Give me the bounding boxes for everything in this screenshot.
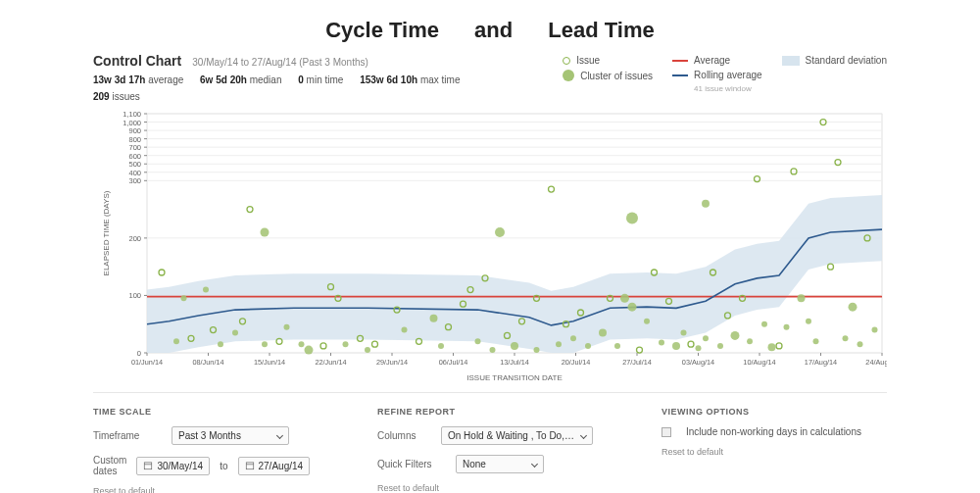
svg-point-143 (813, 338, 819, 344)
chart-date-range: 30/May/14 to 27/Aug/14 (Past 3 Months) (192, 57, 368, 68)
svg-text:29/Jun/14: 29/Jun/14 (376, 358, 408, 367)
chart-title: Control Chart (93, 53, 181, 69)
date-from-input[interactable]: 30/May/14 (136, 457, 210, 475)
stat-med-lbl: median (250, 74, 282, 85)
stat-issues-val: 209 (93, 91, 110, 102)
svg-text:200: 200 (128, 234, 141, 243)
control-chart[interactable]: 01002003004005006007008009001,0001,10001… (93, 108, 887, 382)
legend-cluster: Cluster of issues (580, 71, 653, 81)
legend-avg-icon (672, 60, 688, 62)
svg-point-105 (534, 347, 540, 353)
svg-point-107 (556, 341, 562, 347)
date-to-input[interactable]: 27/Aug/14 (238, 457, 311, 475)
svg-rect-152 (145, 463, 153, 469)
svg-point-123 (672, 342, 680, 350)
svg-point-116 (626, 212, 638, 223)
stat-min-val: 0 (298, 74, 304, 85)
viewing-reset-link[interactable]: Reset to default (662, 447, 887, 457)
svg-point-115 (620, 294, 629, 303)
date-to-label: to (220, 461, 227, 471)
svg-point-72 (218, 341, 223, 347)
svg-text:500: 500 (128, 160, 141, 169)
svg-text:01/Jun/14: 01/Jun/14 (131, 358, 163, 367)
svg-point-137 (768, 343, 776, 351)
svg-point-126 (696, 345, 702, 351)
svg-rect-154 (246, 463, 254, 469)
svg-text:1,000: 1,000 (122, 119, 141, 127)
svg-point-128 (703, 335, 709, 341)
quickfilters-select[interactable]: None (456, 455, 544, 473)
svg-point-127 (702, 200, 710, 208)
svg-point-132 (731, 331, 740, 340)
stat-med-val: 6w 5d 20h (200, 74, 247, 85)
timeframe-select[interactable]: Past 3 Months (172, 426, 289, 445)
viewing-heading: VIEWING OPTIONS (662, 407, 887, 417)
refine-reset-link[interactable]: Reset to default (377, 483, 593, 493)
svg-point-68 (181, 295, 187, 301)
nonworking-label: Include non-working days in calculations (686, 426, 861, 437)
svg-text:10/Aug/14: 10/Aug/14 (743, 358, 775, 367)
columns-select[interactable]: On Hold & Waiting , To Do, I... (441, 426, 593, 445)
svg-point-124 (681, 330, 687, 336)
columns-value: On Hold & Waiting , To Do, I... (448, 430, 575, 441)
svg-point-87 (365, 347, 370, 353)
svg-text:17/Aug/14: 17/Aug/14 (805, 358, 837, 367)
svg-point-151 (872, 327, 878, 333)
svg-text:300: 300 (128, 176, 141, 185)
svg-text:400: 400 (128, 169, 141, 177)
svg-point-85 (343, 341, 349, 347)
svg-point-70 (203, 287, 209, 293)
svg-point-117 (628, 303, 637, 312)
legend-dot-icon (563, 57, 570, 65)
svg-text:600: 600 (128, 152, 141, 161)
svg-point-136 (761, 321, 767, 327)
timescale-reset-link[interactable]: Reset to default (93, 486, 309, 493)
svg-text:22/Jun/14: 22/Jun/14 (315, 358, 346, 367)
svg-text:100: 100 (128, 291, 141, 300)
svg-text:1,100: 1,100 (122, 110, 141, 119)
svg-text:13/Jul/14: 13/Jul/14 (500, 358, 529, 367)
columns-label: Columns (377, 430, 431, 441)
svg-point-111 (585, 343, 591, 349)
calendar-icon (245, 461, 255, 470)
chart-legend: Issue Cluster of issues Average Rolling … (563, 53, 887, 93)
timescale-heading: TIME SCALE (93, 407, 309, 417)
svg-text:800: 800 (128, 135, 141, 144)
svg-point-93 (438, 343, 444, 349)
stat-avg-val: 13w 3d 17h (93, 74, 145, 85)
page-title-and: and (474, 18, 513, 43)
page-title-right: Lead Time (548, 18, 654, 43)
svg-point-73 (232, 330, 238, 336)
svg-point-119 (644, 319, 650, 324)
svg-point-97 (475, 338, 481, 344)
date-to-value: 27/Aug/14 (259, 461, 304, 471)
nonworking-checkbox[interactable] (662, 427, 671, 437)
legend-roll-icon (672, 74, 688, 76)
svg-point-80 (299, 341, 305, 347)
stat-max-val: 153w 6d 10h (360, 74, 417, 85)
svg-point-100 (495, 227, 505, 237)
calendar-icon (143, 461, 153, 470)
svg-point-90 (402, 327, 408, 333)
svg-point-77 (261, 228, 270, 237)
svg-text:ISSUE TRANSITION DATE: ISSUE TRANSITION DATE (466, 373, 563, 382)
stat-avg-lbl: average (148, 74, 183, 85)
legend-roll: Rolling average (694, 70, 762, 80)
chevron-down-icon (531, 461, 538, 468)
svg-point-148 (849, 303, 858, 312)
customdates-label: Custom dates (93, 455, 126, 476)
legend-cluster-icon (563, 70, 574, 81)
svg-point-76 (262, 341, 268, 347)
svg-point-102 (511, 342, 518, 350)
page-title-left: Cycle Time (325, 18, 439, 43)
timeframe-value: Past 3 Months (178, 430, 241, 441)
legend-issue: Issue (576, 55, 600, 66)
svg-point-147 (843, 335, 849, 341)
svg-point-121 (659, 339, 664, 345)
svg-point-81 (305, 346, 314, 355)
svg-point-149 (858, 341, 863, 347)
svg-text:ELAPSED TIME (DAYS): ELAPSED TIME (DAYS) (102, 190, 111, 275)
svg-text:27/Jul/14: 27/Jul/14 (622, 358, 652, 367)
svg-point-99 (490, 347, 496, 353)
quickfilters-value: None (463, 459, 486, 469)
